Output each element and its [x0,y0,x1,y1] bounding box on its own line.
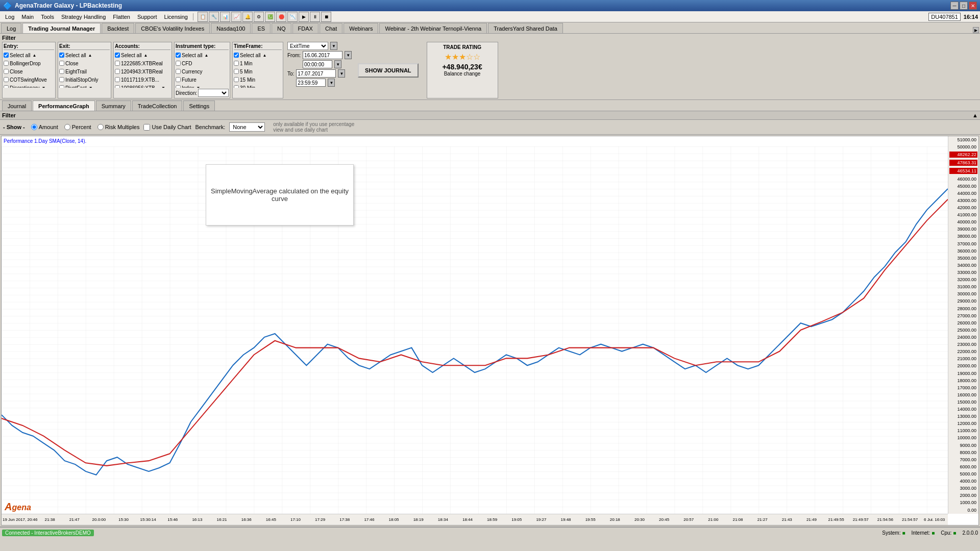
menu-support[interactable]: Support [134,13,160,21]
tab-webinars[interactable]: Webinars [344,23,378,33]
account-checkbox-2[interactable] [115,69,120,74]
inner-tab-summary[interactable]: Summary [96,101,131,111]
inner-tab-performance-graph[interactable]: PerformanceGraph [33,101,95,111]
instrument-checkbox-2[interactable] [176,69,181,74]
toolbar-btn-4[interactable]: 📈 [231,12,241,22]
direction-select[interactable]: Long Short Both [198,89,229,97]
entry-scroll-down[interactable]: ▼ [40,86,46,88]
from-time-btn[interactable]: ▼ [334,60,341,68]
benchmark-select[interactable]: None S&P 500 Nasdaq [229,122,265,132]
tab-backtest[interactable]: Backtest [102,23,134,33]
menu-licensing[interactable]: Licensing [161,13,191,21]
tab-webinar2[interactable]: Webinar - 2th Webinar Ternopil-Vienna [379,23,487,33]
instrument-scroll-down[interactable]: ▼ [195,86,201,88]
exit-checkbox-0[interactable] [59,53,64,58]
account-checkbox-4[interactable] [115,85,120,88]
tf-checkbox-3[interactable] [234,77,239,82]
entry-checkbox-1[interactable] [4,61,9,66]
from-time-input[interactable] [303,60,332,68]
toolbar-btn-10[interactable]: ▶ [299,12,309,22]
tab-nasdaq100[interactable]: Nasdaq100 [211,23,251,33]
from-date-input[interactable] [303,51,342,59]
show-journal-button[interactable]: SHOW JOURNAL [358,63,418,78]
instrument-checkbox-1[interactable] [176,61,181,66]
account-scroll-up[interactable]: ▲ [143,53,149,58]
to-date-input[interactable] [296,69,336,78]
entry-checkbox-2[interactable] [4,69,9,74]
inner-tab-settings[interactable]: Settings [183,101,215,111]
tf-item-4: 30 Min [234,84,282,88]
exit-scroll-down[interactable]: ▼ [88,86,94,88]
minimize-button[interactable]: ─ [950,2,959,10]
tab-scroll-right[interactable]: ▶ [973,27,979,33]
radio-percent-input[interactable] [64,124,70,130]
tab-cboe[interactable]: CBOE's Volatility Indexes [135,23,210,33]
to-time-input[interactable] [296,79,326,87]
radio-risk-input[interactable] [97,124,104,130]
toolbar-btn-11[interactable]: ⏸ [310,12,320,22]
title-bar-controls[interactable]: ─ □ ✕ [950,2,977,10]
radio-percent[interactable]: Percent [64,124,91,130]
radio-risk-multiples[interactable]: Risk Multiples [97,124,140,130]
tab-es[interactable]: ES [252,23,271,33]
menu-strategy-handling[interactable]: Strategy Handling [58,13,109,21]
instrument-scroll-up[interactable]: ▲ [204,53,210,58]
exit-scroll-up[interactable]: ▲ [87,53,93,58]
tab-chat[interactable]: Chat [320,23,342,33]
inner-tab-journal[interactable]: Journal [2,101,32,111]
inner-tab-trade-collection[interactable]: TradeCollection [132,101,183,111]
entry-checkbox-3[interactable] [4,77,9,82]
radio-amount-input[interactable] [31,124,37,130]
tf-checkbox-2[interactable] [234,69,239,74]
toolbar-btn-12[interactable]: ⏹ [321,12,331,22]
instrument-checkbox-0[interactable] [176,53,181,58]
tab-fdax[interactable]: FDAX [292,23,318,33]
radio-amount[interactable]: Amount [31,124,58,130]
exit-checkbox-3[interactable] [59,77,64,82]
perf-filter-collapse[interactable]: ▲ [972,112,978,118]
from-date-btn[interactable]: ▼ [345,51,352,59]
toolbar-btn-8[interactable]: 🛑 [276,12,286,22]
exit-checkbox-4[interactable] [59,85,64,88]
exit-time-select[interactable]: ExitTime EntryTime [287,42,328,50]
use-daily-chart-input[interactable] [143,124,150,131]
tab-nq[interactable]: NQ [272,23,291,33]
entry-scroll-up[interactable]: ▲ [32,53,38,58]
account-scroll-down[interactable]: ▼ [160,86,166,88]
toolbar-btn-2[interactable]: 🔧 [209,12,219,22]
tab-log[interactable]: Log [1,23,21,33]
entry-checkbox-0[interactable] [4,53,9,58]
benchmark-label: Benchmark: [195,124,226,130]
close-button[interactable]: ✕ [969,2,977,10]
instrument-checkbox-4[interactable] [176,85,181,88]
toolbar-btn-9[interactable]: 📉 [287,12,298,22]
account-checkbox-1[interactable] [115,61,120,66]
tab-trading-journal[interactable]: Trading Journal Manager [22,23,101,33]
toolbar-btn-5[interactable]: 🔔 [242,12,253,22]
toolbar-btn-7[interactable]: 💹 [265,12,275,22]
menu-flatten[interactable]: Flatten [110,13,133,21]
menu-main[interactable]: Main [18,13,37,21]
toolbar-btn-1[interactable]: 📋 [198,12,208,22]
tf-item-0: Select all ▲ [234,51,282,59]
use-daily-chart-checkbox[interactable]: Use Daily Chart [143,124,191,131]
entry-checkbox-4[interactable] [4,85,9,88]
to-time-btn[interactable]: ▼ [328,79,335,87]
tf-checkbox-0[interactable] [234,53,239,58]
exit-time-dropdown-btn[interactable]: ▼ [330,42,337,50]
to-date-btn[interactable]: ▼ [338,69,345,78]
restore-button[interactable]: □ [960,2,968,10]
account-checkbox-3[interactable] [115,77,120,82]
exit-checkbox-2[interactable] [59,69,64,74]
tf-checkbox-4[interactable] [234,85,239,88]
toolbar-btn-3[interactable]: 📊 [220,12,230,22]
account-checkbox-0[interactable] [115,53,120,58]
menu-log[interactable]: Log [2,13,17,21]
tf-scroll-up[interactable]: ▲ [262,53,268,58]
menu-tools[interactable]: Tools [38,13,57,21]
exit-checkbox-1[interactable] [59,61,64,66]
toolbar-btn-6[interactable]: ⚙ [254,12,264,22]
tab-tradersyard[interactable]: TradersYard Shared Data [488,23,563,33]
instrument-checkbox-3[interactable] [176,77,181,82]
tf-checkbox-1[interactable] [234,61,239,66]
